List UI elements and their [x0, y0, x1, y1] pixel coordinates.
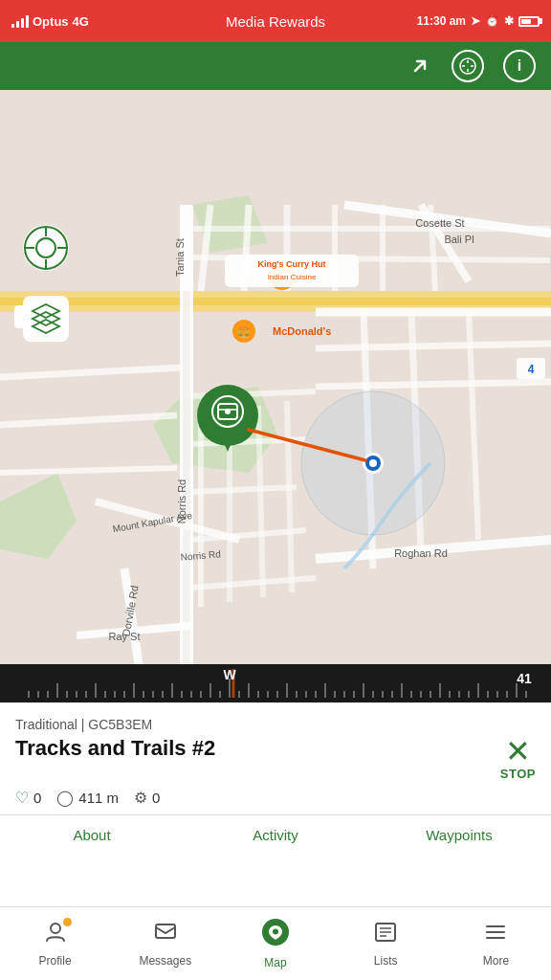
cache-type: Traditional | GC5B3EM — [15, 717, 536, 732]
map-icon — [261, 918, 290, 952]
svg-text:McDonald's: McDonald's — [273, 325, 331, 337]
sub-tabs: About Activity Waypoints — [0, 814, 551, 857]
nav-item-map[interactable]: Map — [220, 910, 330, 977]
stop-x-icon: ✕ — [505, 736, 531, 767]
carrier-name: Optus — [33, 14, 69, 29]
svg-rect-151 — [156, 924, 175, 938]
cache-title: Tracks and Trails #2 — [15, 736, 500, 761]
status-bar: Optus 4G Media Rewards 11:30 am ➤ ⏰ ✱ — [0, 0, 551, 42]
svg-line-41 — [316, 344, 551, 348]
favorites-stat: ♡ 0 — [15, 789, 41, 807]
nav-item-lists[interactable]: Lists — [331, 912, 441, 975]
location-icon: ➤ — [471, 14, 480, 28]
network-type: 4G — [73, 14, 89, 29]
bugs-stat: ⚙ 0 — [134, 789, 160, 807]
nav-label-lists: Lists — [374, 954, 398, 968]
nav-item-messages[interactable]: Messages — [110, 912, 220, 975]
bugs-count: 0 — [152, 790, 160, 806]
profile-icon — [43, 920, 68, 950]
messages-icon — [153, 920, 178, 950]
svg-line-42 — [316, 382, 551, 387]
bug-icon: ⚙ — [134, 789, 147, 807]
stop-button[interactable]: ✕ STOP — [500, 736, 536, 781]
battery-icon — [518, 16, 540, 27]
distance-icon: ◯ — [56, 789, 74, 807]
nav-label-messages: Messages — [139, 954, 191, 968]
svg-point-77 — [225, 409, 231, 414]
signal-icon — [11, 15, 29, 28]
svg-text:Roghan Rd: Roghan Rd — [394, 547, 448, 559]
svg-text:Tania St: Tania St — [174, 238, 186, 277]
compass-icon[interactable] — [452, 50, 484, 82]
app-header: i — [0, 42, 551, 90]
bottom-nav: Profile Messages Map — [0, 906, 551, 980]
nav-item-more[interactable]: More — [441, 912, 551, 975]
carrier-info: Optus 4G — [11, 14, 89, 29]
nav-label-map: Map — [264, 956, 286, 969]
info-icon[interactable]: i — [503, 50, 536, 82]
cache-stats: ♡ 0 ◯ 411 m ⚙ 0 — [15, 789, 536, 807]
svg-point-153 — [273, 929, 278, 935]
alarm-icon: ⏰ — [485, 14, 499, 28]
nav-item-profile[interactable]: Profile — [0, 912, 110, 975]
turn-by-turn-icon[interactable] — [408, 54, 432, 78]
svg-text:King's Curry Hut: King's Curry Hut — [257, 259, 325, 269]
bluetooth-icon: ✱ — [504, 14, 514, 28]
tab-activity[interactable]: Activity — [184, 815, 367, 857]
compass-ruler: // Generate tick marks inline via SVG - … — [0, 664, 551, 702]
svg-text:Cosette St: Cosette St — [415, 217, 464, 229]
lists-icon — [373, 920, 398, 950]
app-title: Media Rewards — [226, 13, 325, 30]
heart-icon: ♡ — [15, 789, 29, 807]
svg-rect-5 — [0, 90, 551, 664]
distance-value: 411 m — [78, 790, 119, 806]
svg-point-150 — [51, 924, 60, 933]
distance-stat: ◯ 411 m — [56, 789, 119, 807]
nav-label-more: More — [483, 954, 509, 968]
svg-text:411 m: 411 m — [517, 671, 532, 686]
svg-text:Bali Pl: Bali Pl — [444, 234, 474, 245]
nav-label-profile: Profile — [39, 954, 72, 968]
time: 11:30 am — [417, 14, 466, 28]
svg-rect-10 — [0, 298, 551, 305]
cache-panel: Traditional | GC5B3EM Tracks and Trails … — [0, 702, 551, 814]
svg-point-71 — [369, 459, 377, 467]
tab-waypoints[interactable]: Waypoints — [367, 815, 551, 857]
stop-label: STOP — [500, 767, 536, 781]
svg-text:4: 4 — [528, 363, 535, 376]
svg-text:Indian Cuisine: Indian Cuisine — [268, 273, 317, 281]
svg-text:🍔: 🍔 — [237, 325, 251, 339]
svg-text:Ray St: Ray St — [108, 631, 140, 642]
map-svg: 40 4 Tania St Norris Rd Cosette St Bali … — [0, 90, 551, 664]
more-icon — [483, 920, 508, 950]
map-view[interactable]: 40 4 Tania St Norris Rd Cosette St Bali … — [0, 90, 551, 664]
system-icons: 11:30 am ➤ ⏰ ✱ — [417, 14, 540, 28]
favorites-count: 0 — [33, 790, 41, 806]
svg-text:W: W — [223, 667, 236, 682]
tab-about[interactable]: About — [0, 815, 184, 857]
